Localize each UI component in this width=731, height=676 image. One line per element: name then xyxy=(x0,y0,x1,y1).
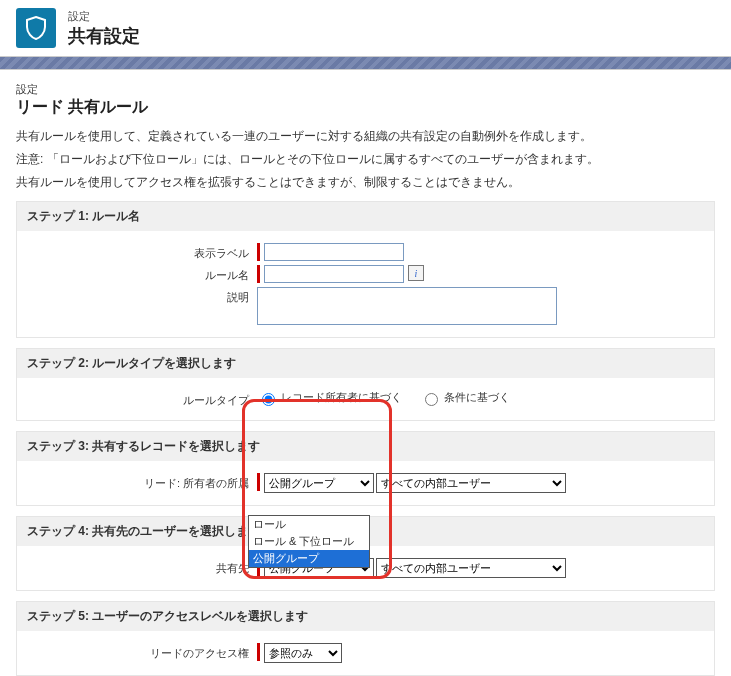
dropdown-option-role-and-sub[interactable]: ロール & 下位ロール xyxy=(249,533,369,550)
app-header: 設定 共有設定 xyxy=(0,0,731,56)
label-share-with: 共有先 xyxy=(27,558,257,576)
header-breadcrumb: 設定 xyxy=(68,9,140,24)
owner-category-select[interactable]: 公開グループ xyxy=(264,473,374,493)
step5-heading: ステップ 5: ユーザーのアクセスレベルを選択します xyxy=(17,602,714,631)
required-indicator-icon xyxy=(257,243,260,261)
page-desc-3: 共有ルールを使用してアクセス権を拡張することはできますが、制限することはできませ… xyxy=(16,174,715,191)
step2-heading: ステップ 2: ルールタイプを選択します xyxy=(17,349,714,378)
radio-owner-based-label: レコード所有者に基づく xyxy=(281,391,402,403)
header-titles: 設定 共有設定 xyxy=(68,9,140,48)
dropdown-option-public-group[interactable]: 公開グループ xyxy=(249,550,369,567)
step3-section: ステップ 3: 共有するレコードを選択します リード: 所有者の所属 公開グルー… xyxy=(16,431,715,506)
description-textarea[interactable] xyxy=(257,287,557,325)
step1-section: ステップ 1: ルール名 表示ラベル ルール名 i 説明 xyxy=(16,201,715,338)
label-description: 説明 xyxy=(27,287,257,305)
divider-bar xyxy=(0,56,731,70)
header-title: 共有設定 xyxy=(68,24,140,48)
required-indicator-icon xyxy=(257,265,260,283)
sharewith-value-select[interactable]: すべての内部ユーザー xyxy=(376,558,566,578)
page-desc-1: 共有ルールを使用して、定義されている一連のユーザーに対する組織の共有設定の自動例… xyxy=(16,128,715,145)
label-access-level: リードのアクセス権 xyxy=(27,643,257,661)
radio-owner-based[interactable] xyxy=(262,393,275,406)
step1-heading: ステップ 1: ルール名 xyxy=(17,202,714,231)
required-indicator-icon xyxy=(257,643,260,661)
page-content: 設定 リード 共有ルール 共有ルールを使用して、定義されている一連のユーザーに対… xyxy=(0,70,731,676)
page-title: リード 共有ルール xyxy=(16,97,715,118)
info-icon[interactable]: i xyxy=(408,265,424,281)
label-owner-in: リード: 所有者の所属 xyxy=(27,473,257,491)
display-label-input[interactable] xyxy=(264,243,404,261)
rule-name-input[interactable] xyxy=(264,265,404,283)
owner-value-select[interactable]: すべての内部ユーザー xyxy=(376,473,566,493)
label-ruletype: ルールタイプ xyxy=(27,390,257,408)
access-level-select[interactable]: 参照のみ xyxy=(264,643,342,663)
shield-icon xyxy=(16,8,56,48)
label-rulename: ルール名 xyxy=(27,265,257,283)
radio-criteria-based-label: 条件に基づく xyxy=(444,391,510,403)
step5-section: ステップ 5: ユーザーのアクセスレベルを選択します リードのアクセス権 参照の… xyxy=(16,601,715,676)
sharewith-category-dropdown-open: ロール ロール & 下位ロール 公開グループ xyxy=(248,515,370,568)
page-desc-2: 注意: 「ロールおよび下位ロール」には、ロールとその下位ロールに属するすべてのユ… xyxy=(16,151,715,168)
required-indicator-icon xyxy=(257,473,260,491)
step3-heading: ステップ 3: 共有するレコードを選択します xyxy=(17,432,714,461)
label-display: 表示ラベル xyxy=(27,243,257,261)
radio-criteria-based[interactable] xyxy=(425,393,438,406)
breadcrumb: 設定 xyxy=(16,82,715,97)
dropdown-option-role[interactable]: ロール xyxy=(249,516,369,533)
step2-section: ステップ 2: ルールタイプを選択します ルールタイプ レコード所有者に基づく … xyxy=(16,348,715,421)
